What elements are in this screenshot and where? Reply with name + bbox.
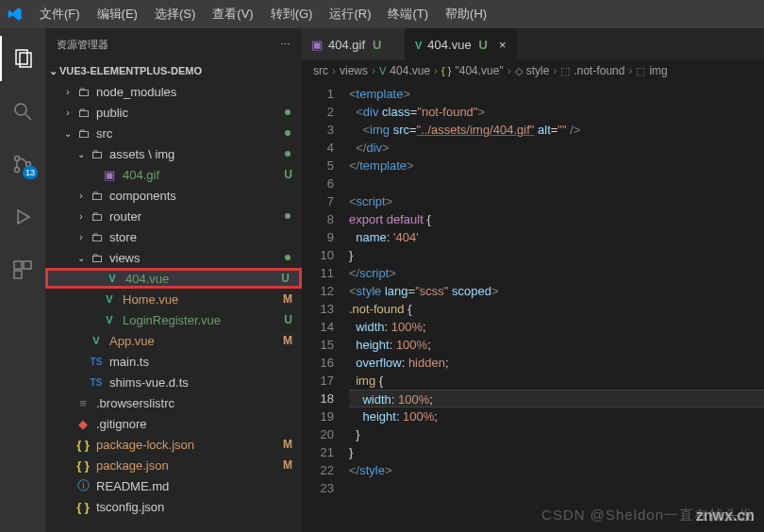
menu-file[interactable]: 文件(F) [32,2,88,26]
tree-row[interactable]: VLoginRegister.vueU [45,309,302,330]
file-label: package-lock.json [96,438,294,452]
code-line[interactable]: height: 100%; [349,336,764,354]
svg-rect-8 [14,261,22,269]
menu-run[interactable]: 运行(R) [322,2,378,26]
code-line[interactable]: width: 100%; [349,390,764,407]
breadcrumb-item[interactable]: views [340,64,368,77]
code-line[interactable]: <script> [349,192,764,210]
git-status: M [283,438,292,451]
chevron-icon: › [74,232,89,242]
tab-status: U [373,38,381,52]
tree-row[interactable]: ›🗀store [45,226,302,247]
tree-row[interactable]: ⌄🗀views [45,247,302,268]
breadcrumb-item[interactable]: src [313,64,328,77]
activity-scm-icon[interactable]: 13 [0,141,45,187]
tree-row[interactable]: { }package-lock.jsonM [45,434,302,455]
tab[interactable]: V404.vueU× [406,28,517,60]
code-line[interactable]: </div> [349,139,764,157]
chevron-icon: ⌄ [60,128,75,139]
tree-row[interactable]: ⓘREADME.md [45,475,302,496]
tree-row[interactable]: TSshims-vue.d.ts [45,372,302,392]
code-line[interactable]: overflow: hidden; [349,354,764,372]
activity-debug-icon[interactable] [0,194,45,240]
code-line[interactable]: height: 100%; [349,407,764,425]
chevron-icon: ⌄ [74,149,89,159]
file-label: node_modules [96,85,294,99]
tree-row[interactable]: VApp.vueM [45,330,302,351]
code-line[interactable]: } [349,443,764,461]
activity-explorer-icon[interactable] [0,36,45,81]
file-icon: { } [75,457,91,473]
tree-row[interactable]: ⌄🗀assets \ img [45,143,302,164]
tree-row[interactable]: ›🗀node_modules [45,81,302,102]
file-label: assets \ img [109,147,294,161]
code-line[interactable]: <template> [349,85,764,103]
file-icon: { } [75,437,91,452]
breadcrumb[interactable]: src›views›V 404.vue›{ } "404.vue"›◇ styl… [302,60,764,81]
menu-help[interactable]: 帮助(H) [438,2,494,26]
explorer-header[interactable]: ⌄ VUE3-ELEMENTPLUS-DEMO [45,60,302,81]
code-line[interactable]: </script> [349,264,764,282]
code-line[interactable]: <img src="../assets/img/404.gif" alt="" … [349,121,764,139]
breadcrumb-item[interactable]: { } "404.vue" [441,64,504,77]
tree-row[interactable]: ⌄🗀src [45,123,302,143]
code-content[interactable]: <template> <div class="not-found"> <img … [349,81,764,532]
code-line[interactable] [349,175,764,192]
menu-view[interactable]: 查看(V) [205,2,260,26]
tree-row[interactable]: ◆.gitignore [45,413,302,434]
breadcrumb-item[interactable]: ◇ style [515,64,550,77]
breadcrumb-item[interactable]: ⬚ .not-found [560,64,624,77]
sidebar-more-icon[interactable]: ⋯ [280,39,291,51]
menu-bar: 文件(F) 编辑(E) 选择(S) 查看(V) 转到(G) 运行(R) 终端(T… [32,2,494,26]
code-line[interactable]: } [349,425,764,443]
menu-terminal[interactable]: 终端(T) [380,2,436,26]
svg-point-2 [15,104,26,115]
tree-row[interactable]: ›🗀components [45,185,302,206]
tree-row[interactable]: V404.vueU [45,268,302,289]
code-editor[interactable]: 1234567891011121314151617181920212223 <t… [302,81,764,532]
tab[interactable]: ▣404.gifU [302,28,406,60]
activity-extensions-icon[interactable] [0,247,45,292]
code-line[interactable]: width: 100%; [349,318,764,336]
code-line[interactable]: </template> [349,157,764,175]
close-icon[interactable]: × [499,38,507,52]
tree-row[interactable]: VHome.vueM [45,289,302,309]
file-label: .browserslistrc [96,396,294,410]
titlebar: 文件(F) 编辑(E) 选择(S) 查看(V) 转到(G) 运行(R) 终端(T… [0,0,764,28]
tree-row[interactable]: TSmain.ts [45,351,302,372]
tree-row[interactable]: ≡.browserslistrc [45,392,302,413]
code-line[interactable]: <style lang="scss" scoped> [349,282,764,300]
code-line[interactable]: name: '404' [349,228,764,246]
file-tree: ›🗀node_modules›🗀public⌄🗀src⌄🗀assets \ im… [45,81,302,532]
code-line[interactable]: } [349,246,764,264]
tree-row[interactable]: ›🗀router [45,206,302,226]
file-icon: { } [75,499,91,514]
file-icon: 🗀 [89,250,104,265]
code-line[interactable]: </style> [349,461,764,479]
file-label: 404.gif [123,168,294,182]
tree-row[interactable]: { }tsconfig.json [45,496,302,517]
file-icon: TS [89,374,104,390]
menu-go[interactable]: 转到(G) [263,2,321,26]
breadcrumb-item[interactable]: V 404.vue [379,64,430,77]
tree-row[interactable]: { }package.jsonM [45,455,302,475]
sidebar-title: 资源管理器 [57,38,108,52]
code-line[interactable]: export default { [349,210,764,228]
tree-row[interactable]: ›🗀public [45,102,302,123]
menu-selection[interactable]: 选择(S) [147,2,203,26]
git-dot [285,151,291,157]
activity-search-icon[interactable] [0,89,45,134]
code-line[interactable] [349,479,764,497]
file-label: tsconfig.json [96,500,294,514]
code-line[interactable]: .not-found { [349,300,764,318]
file-label: views [109,251,294,265]
breadcrumb-item[interactable]: ⬚ img [636,64,667,77]
code-line[interactable]: <div class="not-found"> [349,103,764,121]
git-status: U [284,313,292,326]
file-icon: TS [89,354,104,369]
tree-row[interactable]: ▣404.gifU [45,164,302,185]
git-status: U [284,168,292,181]
git-dot [285,213,291,219]
code-line[interactable]: img { [349,372,764,390]
menu-edit[interactable]: 编辑(E) [90,2,145,26]
